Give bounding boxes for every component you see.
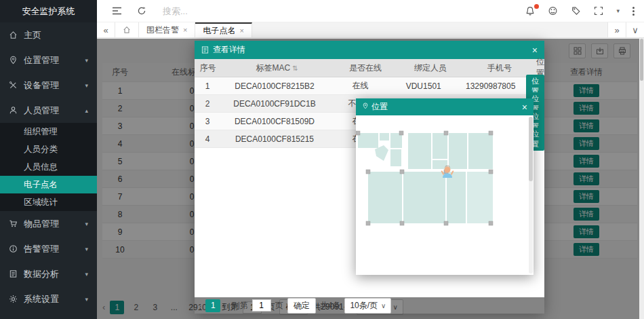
tabs-scroll-right-button[interactable]: » xyxy=(607,22,626,37)
sidebar-subitem-category[interactable]: 人员分类 xyxy=(0,140,97,158)
chevron-down-icon: ▾ xyxy=(85,271,88,278)
page-scrollbar[interactable] xyxy=(639,39,644,319)
location-modal: 位置 × xyxy=(356,98,534,275)
floorplan-map xyxy=(356,115,534,275)
scrollbar-thumb[interactable] xyxy=(529,117,533,181)
prev-page-icon[interactable]: ‹ xyxy=(199,301,201,311)
refresh-icon[interactable] xyxy=(137,6,146,16)
app-window: 安全监护系统 主页 位置管理 ▾ 设备管理 ▾ 人员管理 ▴ 组织管理 人员分类… xyxy=(0,0,644,319)
document-icon xyxy=(201,46,209,54)
sidebar-item-label: 告警管理 xyxy=(24,243,59,255)
sidebar-item-label: 人员管理 xyxy=(24,105,59,117)
sidebar-subitem-rollcall-active[interactable]: 电子点名 xyxy=(0,176,97,193)
sidebar-item-alarm[interactable]: 告警管理 ▾ xyxy=(0,236,97,261)
detail-modal-header: 查看详情 × xyxy=(195,41,544,59)
theme-palette-icon[interactable] xyxy=(548,6,558,16)
tabs-scroll-left-button[interactable]: « xyxy=(97,22,115,37)
scrollbar-thumb[interactable] xyxy=(640,39,643,81)
home-icon xyxy=(123,26,131,34)
chevron-down-icon: ▾ xyxy=(85,246,88,252)
location-modal-title: 位置 xyxy=(371,101,388,113)
table-row: 1 DECA0100CF8215B2 在线 VDU1501 1329098780… xyxy=(195,77,544,95)
gear-icon xyxy=(9,295,18,303)
page-unit-label: 页 xyxy=(275,300,283,312)
cart-icon xyxy=(9,219,18,228)
topbar-actions: ▾ xyxy=(525,6,644,16)
sidebar-subitem-info[interactable]: 人员信息 xyxy=(0,158,97,176)
tab-home[interactable] xyxy=(115,22,139,37)
tabbar-right-controls: » ∨ xyxy=(607,22,644,37)
sidebar-item-label: 主页 xyxy=(24,29,41,41)
page-size-select[interactable]: 10条/页 ∨ xyxy=(344,298,391,314)
sidebar-item-label: 系统设置 xyxy=(24,293,59,305)
sidebar-item-label: 位置管理 xyxy=(24,54,59,67)
modal-pagination: ‹ 1 › 到第 页 确定 共4条 10条/页 ∨ xyxy=(195,297,544,314)
close-icon[interactable]: × xyxy=(532,45,538,56)
tabs-menu-button[interactable]: ∨ xyxy=(626,22,644,37)
sidebar-item-device[interactable]: 设备管理 ▾ xyxy=(0,73,97,98)
sidebar-item-settings[interactable]: 系统设置 ▾ xyxy=(0,286,97,312)
collapse-menu-icon[interactable] xyxy=(112,7,122,15)
chevron-down-icon: ▾ xyxy=(85,221,88,227)
user-icon xyxy=(9,106,18,115)
sidebar-item-goods[interactable]: 物品管理 ▾ xyxy=(0,211,97,236)
location-modal-header: 位置 × xyxy=(356,98,534,115)
topbar: ▾ xyxy=(97,0,644,22)
home-icon xyxy=(9,31,18,39)
chevron-down-icon: ∨ xyxy=(381,302,386,309)
sidebar-item-label: 数据分析 xyxy=(24,268,59,280)
tab-rollcall-active[interactable]: 电子点名 × xyxy=(195,22,251,37)
chevron-down-icon: ▾ xyxy=(85,82,88,89)
sidebar-item-personnel[interactable]: 人员管理 ▴ xyxy=(0,98,97,123)
floorplan-scrollbar[interactable] xyxy=(529,117,533,274)
app-title: 安全监护系统 xyxy=(0,0,97,22)
confirm-button[interactable]: 确定 xyxy=(287,298,316,314)
more-options-icon[interactable] xyxy=(632,7,635,16)
close-tab-icon[interactable]: × xyxy=(239,26,243,35)
tabbar: « 围栏告警 × 电子点名 × » ∨ xyxy=(97,22,644,38)
fullscreen-icon[interactable] xyxy=(594,6,603,16)
table-header-row: 序号 标签MAC⇅ 是否在线 绑定人员 手机号 位置 xyxy=(195,59,544,77)
map-pin-icon xyxy=(9,56,18,64)
close-icon[interactable]: × xyxy=(522,102,527,113)
close-tab-icon[interactable]: × xyxy=(183,26,187,34)
goto-page-input[interactable] xyxy=(252,299,271,312)
search-input[interactable] xyxy=(163,6,264,16)
sort-icon[interactable]: ⇅ xyxy=(292,64,298,72)
dropdown-caret-icon[interactable]: ▾ xyxy=(616,7,620,14)
sidebar-item-home[interactable]: 主页 xyxy=(0,22,97,48)
sidebar-subitem-region-stats[interactable]: 区域统计 xyxy=(0,193,97,211)
sidebar-item-location[interactable]: 位置管理 ▾ xyxy=(0,48,97,73)
sidebar-item-label: 设备管理 xyxy=(24,79,59,92)
floorplan-viewport[interactable] xyxy=(356,115,534,275)
tag-icon[interactable] xyxy=(571,6,581,16)
sidebar: 安全监护系统 主页 位置管理 ▾ 设备管理 ▾ 人员管理 ▴ 组织管理 人员分类… xyxy=(0,0,97,319)
chevron-down-icon: ▾ xyxy=(85,57,88,64)
page-button-current[interactable]: 1 xyxy=(205,299,220,312)
sidebar-subitem-org[interactable]: 组织管理 xyxy=(0,123,97,140)
personnel-submenu: 组织管理 人员分类 人员信息 电子点名 区域统计 xyxy=(0,123,97,211)
report-icon xyxy=(9,269,18,278)
goto-label: 到第 xyxy=(232,300,248,312)
bell-icon[interactable] xyxy=(525,6,535,16)
tools-icon xyxy=(9,81,18,90)
detail-modal-title: 查看详情 xyxy=(213,44,245,56)
notification-dot xyxy=(534,4,539,9)
total-count-label: 共4条 xyxy=(320,300,341,312)
sidebar-item-label: 物品管理 xyxy=(24,218,59,230)
tab-fence-alarm[interactable]: 围栏告警 × xyxy=(139,22,195,37)
info-circle-icon xyxy=(9,244,18,253)
chevron-up-icon: ▴ xyxy=(85,107,88,114)
map-pin-icon xyxy=(362,102,369,112)
sidebar-item-analytics[interactable]: 数据分析 ▾ xyxy=(0,261,97,286)
chevron-down-icon: ▾ xyxy=(85,296,88,303)
next-page-icon[interactable]: › xyxy=(224,301,227,311)
